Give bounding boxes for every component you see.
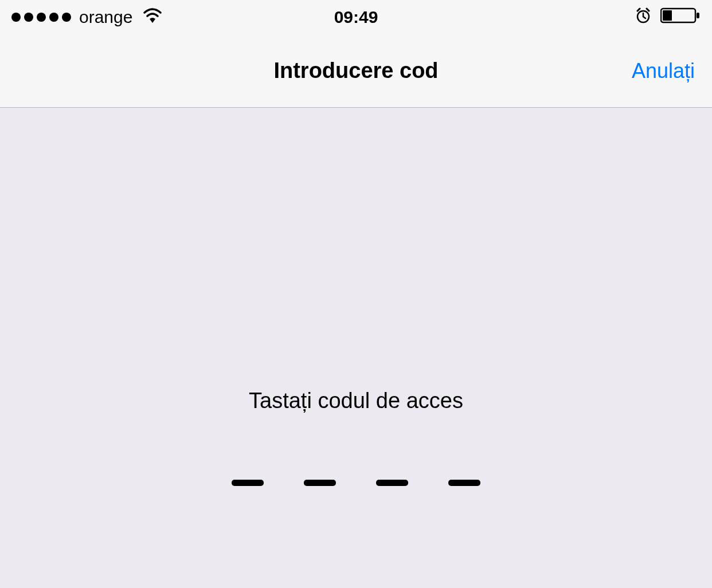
passcode-slot: [232, 480, 264, 486]
page-title: Introducere cod: [273, 58, 438, 83]
passcode-input[interactable]: [232, 480, 480, 486]
wifi-icon: [143, 7, 162, 27]
carrier-label: orange: [79, 7, 132, 27]
svg-rect-3: [697, 13, 699, 18]
signal-strength-icon: [11, 13, 71, 22]
svg-rect-2: [663, 10, 672, 21]
status-bar-time: 09:49: [334, 7, 378, 27]
battery-icon: [660, 7, 701, 28]
cancel-button[interactable]: Anulați: [632, 59, 695, 83]
status-bar: orange 09:49: [0, 0, 712, 34]
status-bar-left: orange: [11, 7, 162, 27]
status-bar-right: [635, 7, 701, 28]
passcode-slot: [448, 480, 480, 486]
alarm-icon: [635, 7, 651, 28]
content-area: Tastați codul de acces: [0, 108, 712, 486]
navigation-bar: Introducere cod Anulați: [0, 34, 712, 108]
passcode-prompt: Tastați codul de acces: [249, 389, 463, 413]
passcode-slot: [376, 480, 408, 486]
passcode-slot: [304, 480, 336, 486]
